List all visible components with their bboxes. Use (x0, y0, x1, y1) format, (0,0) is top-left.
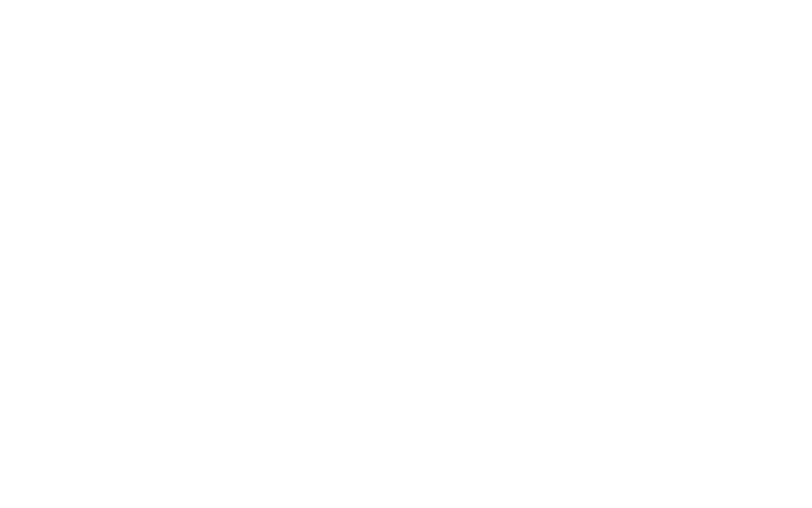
connector-lines (7, 7, 812, 508)
chart-container (0, 0, 812, 508)
org-chart (7, 7, 805, 502)
